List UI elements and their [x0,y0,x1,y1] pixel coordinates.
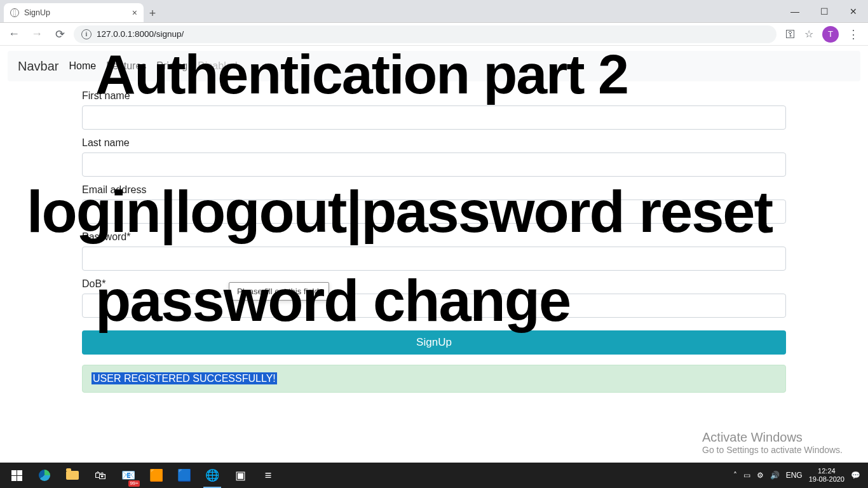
label-first-name: First name [82,90,786,102]
window-minimize-button[interactable]: — [780,0,810,23]
tab-title: SignUp [24,8,50,17]
input-last-name[interactable] [82,152,786,177]
url-text: 127.0.0.1:8000/signup/ [97,29,184,39]
bookmark-star-icon[interactable]: ☆ [804,28,813,40]
forward-button[interactable]: → [28,25,46,43]
back-button[interactable]: ← [5,25,23,43]
validation-tooltip: Please fill out this field. [229,282,329,301]
windows-taskbar: 🛍 📧99+ 🟧 🟦 🌐 ▣ ≡ ˄ ▭ ⚙ 🔊 ENG 12:24 19-08… [0,463,868,488]
input-password[interactable] [82,247,786,271]
tray-wifi-icon[interactable]: ⚙ [757,471,764,480]
window-controls: — ☐ ✕ [780,0,868,23]
nav-link-home[interactable]: Home [69,60,96,72]
browser-tab-strip: SignUp × + — ☐ ✕ [0,0,868,23]
success-alert: USER REGISTERED SUCCESSFULLY! [82,365,786,393]
taskbar-vscode-icon[interactable]: ≡ [255,463,281,488]
address-bar[interactable]: i 127.0.0.1:8000/signup/ [74,25,776,43]
globe-icon [10,8,19,17]
nav-link-disabled: Disabled [198,60,237,72]
input-dob[interactable] [82,294,786,318]
label-password: Password* [82,231,786,243]
input-email[interactable] [82,200,786,224]
tray-notifications-icon[interactable]: 💬 [851,471,860,480]
page-viewport: Navbar Home Features Pricing Disabled Fi… [0,46,868,463]
label-dob: DoB* [82,278,786,290]
tray-battery-icon[interactable]: ▭ [743,471,750,480]
site-navbar: Navbar Home Features Pricing Disabled [8,51,860,81]
alert-text: USER REGISTERED SUCCESSFULLY! [92,372,277,384]
window-maximize-button[interactable]: ☐ [810,0,839,23]
taskbar-file-explorer-icon[interactable] [60,463,85,488]
taskbar-mail-icon[interactable]: 📧99+ [116,463,141,488]
nav-link-features[interactable]: Features [106,60,146,72]
label-email: Email address [82,184,786,196]
watermark-title: Activate Windows [702,430,843,445]
taskbar-edge-icon[interactable] [32,463,57,488]
activate-windows-watermark: Activate Windows Go to Settings to activ… [702,430,843,455]
taskbar-app-icon-1[interactable]: 🟧 [144,463,169,488]
input-first-name[interactable] [82,105,786,130]
taskbar-chrome-icon[interactable]: 🌐 [200,463,225,488]
window-close-button[interactable]: ✕ [839,0,868,23]
password-key-icon[interactable]: ⚿ [785,29,796,40]
tray-volume-icon[interactable]: 🔊 [770,471,780,480]
taskbar-terminal-icon[interactable]: ▣ [227,463,253,488]
start-button[interactable] [4,463,29,488]
browser-tab[interactable]: SignUp × [4,3,144,22]
label-last-name: Last name [82,137,786,149]
clock-time: 12:24 [809,467,844,475]
tray-chevron-icon[interactable]: ˄ [733,471,737,480]
clock-date: 19-08-2020 [809,475,844,484]
reload-button[interactable]: ⟳ [51,25,69,43]
watermark-sub: Go to Settings to activate Windows. [702,445,843,455]
site-info-icon[interactable]: i [81,29,92,39]
browser-menu-icon[interactable]: ⋮ [848,27,859,41]
tray-language[interactable]: ENG [786,471,803,480]
close-tab-icon[interactable]: × [132,8,137,18]
taskbar-zoom-icon[interactable]: 🟦 [172,463,197,488]
taskbar-store-icon[interactable]: 🛍 [88,463,113,488]
browser-toolbar: ← → ⟳ i 127.0.0.1:8000/signup/ ⚿ ☆ T ⋮ [0,23,868,46]
profile-avatar[interactable]: T [822,26,839,43]
signup-button[interactable]: SignUp [82,330,786,355]
taskbar-clock[interactable]: 12:24 19-08-2020 [809,467,844,483]
new-tab-button[interactable]: + [144,4,161,22]
nav-link-pricing[interactable]: Pricing [156,60,187,72]
validation-tooltip-text: Please fill out this field. [237,287,321,296]
signup-form-container: First name Last name Email address Passw… [82,81,786,393]
navbar-brand[interactable]: Navbar [18,59,58,74]
mail-badge: 99+ [128,480,140,487]
